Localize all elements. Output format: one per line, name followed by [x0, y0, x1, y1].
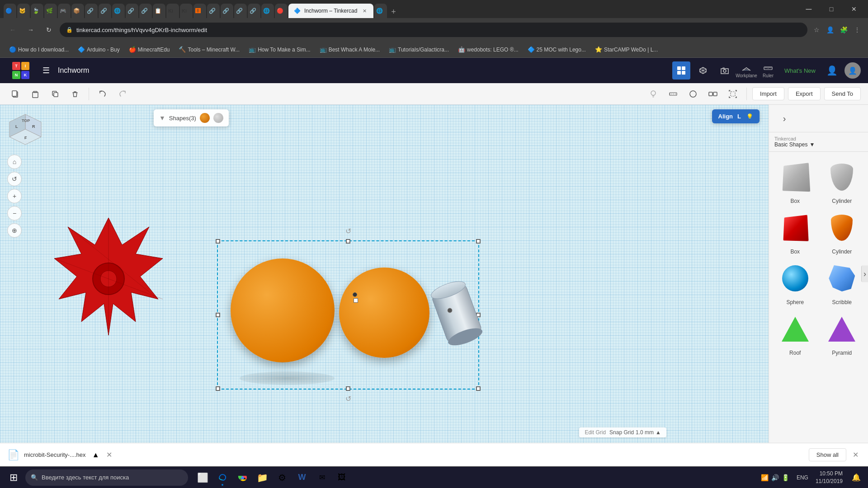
chrome-icon[interactable]	[233, 469, 251, 487]
view-cube[interactable]: R L F TOP	[7, 112, 43, 148]
camera-btn[interactable]	[716, 61, 734, 80]
snap-chevron-icon[interactable]: ▲	[656, 429, 661, 436]
forward-button[interactable]: →	[24, 23, 38, 37]
3d-view-btn[interactable]	[694, 61, 712, 80]
rotate-handle-top[interactable]: ↺	[345, 227, 351, 235]
shapes-panel-chevron[interactable]: ▼	[159, 114, 165, 122]
download-dismiss-btn[interactable]: ✕	[104, 450, 115, 460]
align-button[interactable]: Align L 💡	[712, 109, 760, 123]
profile-icon[interactable]: 👤	[825, 24, 835, 35]
tab-small-6[interactable]: 📦	[71, 4, 84, 18]
handle-bottom-right[interactable]	[476, 386, 481, 391]
shape-item-cylinder-grey[interactable]: Cylinder	[821, 159, 863, 204]
shape-item-box-grey[interactable]: Box	[774, 159, 816, 204]
paste-btn[interactable]	[27, 86, 43, 102]
ungroup-icon[interactable]	[725, 86, 741, 102]
file-explorer-icon[interactable]: 📁	[253, 469, 271, 487]
handle-top-mid[interactable]	[346, 239, 350, 244]
tab-small-14[interactable]: 🔗	[221, 4, 233, 18]
tab-small-5[interactable]: 🎮	[58, 4, 71, 18]
tab-small-17[interactable]: 🌐	[261, 4, 274, 18]
tab-close-btn[interactable]: ✕	[361, 7, 368, 14]
tab-small-18[interactable]: 🔴	[275, 4, 288, 18]
canvas-area[interactable]: ▼ Shapes(3) Align L 💡	[0, 105, 769, 443]
add-user-icon[interactable]: 👤	[823, 61, 841, 80]
send-to-btn[interactable]: Send To	[824, 87, 861, 100]
zoom-in-btn[interactable]: +	[7, 189, 22, 203]
tab-small-3[interactable]: 🍃	[31, 4, 43, 18]
cylinder-3d-shape[interactable]	[429, 277, 488, 351]
start-button[interactable]: ⊞	[4, 468, 24, 488]
battery-icon[interactable]: 🔋	[782, 474, 789, 481]
ruler-btn[interactable]: Ruler	[759, 61, 777, 80]
download-bar-close-btn[interactable]: ✕	[850, 450, 861, 460]
bookmark-8[interactable]: 🔷 25 MOC with Lego...	[524, 44, 590, 55]
volume-icon[interactable]: 🔊	[771, 474, 779, 481]
photos-icon[interactable]: 🖼	[333, 469, 351, 487]
tab-small-7[interactable]: 🔗	[85, 4, 98, 18]
taskview-btn[interactable]: ⬜	[193, 469, 212, 487]
orange-sphere-large[interactable]	[231, 258, 335, 362]
orbit-btn[interactable]: ↺	[7, 172, 22, 186]
bookmark-7[interactable]: 🤖 wedobots: LEGO ®...	[454, 44, 522, 55]
tab-small-2[interactable]: 🐱	[17, 4, 30, 18]
import-btn[interactable]: Import	[752, 87, 784, 100]
shape-item-roof[interactable]: Roof	[774, 311, 816, 356]
shapes-align-icon[interactable]	[665, 86, 681, 102]
bookmark-3[interactable]: 🔨 Tools – Minecraft W...	[175, 44, 243, 55]
edge-browser-icon[interactable]	[213, 469, 231, 487]
tab-small-13[interactable]: 🔗	[207, 4, 220, 18]
hamburger-menu-icon[interactable]: ☰	[40, 64, 52, 77]
show-all-button[interactable]: Show all	[809, 448, 846, 461]
user-avatar[interactable]: 👤	[844, 62, 861, 79]
handle-bottom-left[interactable]	[216, 386, 220, 391]
panel-expand-arrow[interactable]: ›	[861, 266, 868, 282]
close-button[interactable]: ✕	[844, 2, 864, 16]
shape-item-box-red[interactable]: Box	[774, 210, 816, 255]
address-bar[interactable]: 🔒 tinkercad.com/things/hVqvv4gDKrB-inchw…	[60, 23, 807, 37]
refresh-button[interactable]: ↻	[42, 23, 56, 37]
tab-small-9[interactable]: 🌐	[112, 4, 125, 18]
solid-shape-dot[interactable]	[200, 113, 210, 123]
rotate-handle-bottom[interactable]: ↺	[345, 394, 351, 403]
tab-small-12[interactable]: 📋	[153, 4, 165, 18]
menu-dots-icon[interactable]: ⋮	[852, 24, 863, 35]
orange-sphere-medium[interactable]	[339, 267, 429, 358]
shape-item-pyramid[interactable]: Pyramid	[821, 311, 863, 356]
task-manager-icon[interactable]: ⚙	[273, 469, 291, 487]
selection-group[interactable]: ↺	[217, 240, 479, 389]
group-icon[interactable]	[705, 86, 721, 102]
tab-small-8[interactable]: 🔗	[99, 4, 111, 18]
language-indicator[interactable]: ENG	[795, 474, 810, 481]
panel-expand-btn[interactable]: ›	[774, 108, 794, 128]
word-icon[interactable]: W	[293, 469, 311, 487]
maximize-button[interactable]: □	[821, 2, 842, 16]
red-gear-shape[interactable]	[45, 209, 172, 351]
tab-small-15[interactable]: 🔗	[234, 4, 247, 18]
bookmark-1[interactable]: 🔷 Arduino - Buy	[74, 44, 123, 55]
home-view-btn[interactable]: ⌂	[7, 155, 22, 169]
delete-btn[interactable]	[67, 86, 83, 102]
download-chevron-btn[interactable]: ▲	[92, 451, 99, 459]
handle-top-left[interactable]	[216, 239, 220, 244]
sphere-control-box[interactable]	[354, 298, 358, 303]
workplane-btn[interactable]: Workplane	[737, 61, 755, 80]
tab-small-11[interactable]: 🔗	[139, 4, 152, 18]
tab-tinkercad-active[interactable]: 🔷 Inchworm – Tinkercad ✕	[288, 4, 373, 18]
copy-btn[interactable]	[7, 86, 24, 102]
edit-grid-label[interactable]: Edit Grid	[585, 429, 606, 436]
bookmark-6[interactable]: 📺 Tutorials/Galacticra...	[385, 44, 453, 55]
handle-bottom-mid[interactable]	[346, 386, 350, 391]
tab-ki-2[interactable]: Ki	[180, 4, 193, 18]
bookmark-5[interactable]: 📺 Best Whack A Mole...	[316, 44, 383, 55]
duplicate-btn[interactable]	[47, 86, 63, 102]
fit-view-btn[interactable]: ⊕	[7, 223, 22, 238]
tab-small-10[interactable]: 🔗	[126, 4, 138, 18]
taskbar-search-bar[interactable]: 🔍 Введите здесь текст для поиска	[25, 469, 188, 486]
panel-category-dropdown[interactable]: Basic Shapes ▼	[774, 141, 815, 148]
shape-item-scribble[interactable]: Scribble	[821, 260, 863, 305]
star-icon[interactable]: ☆	[811, 24, 822, 35]
notification-btn[interactable]: 🔔	[848, 469, 864, 486]
bookmark-9[interactable]: ⭐ StarCAMP WeDo | L...	[591, 44, 661, 55]
tab-small-B[interactable]: 🅱	[193, 4, 206, 18]
